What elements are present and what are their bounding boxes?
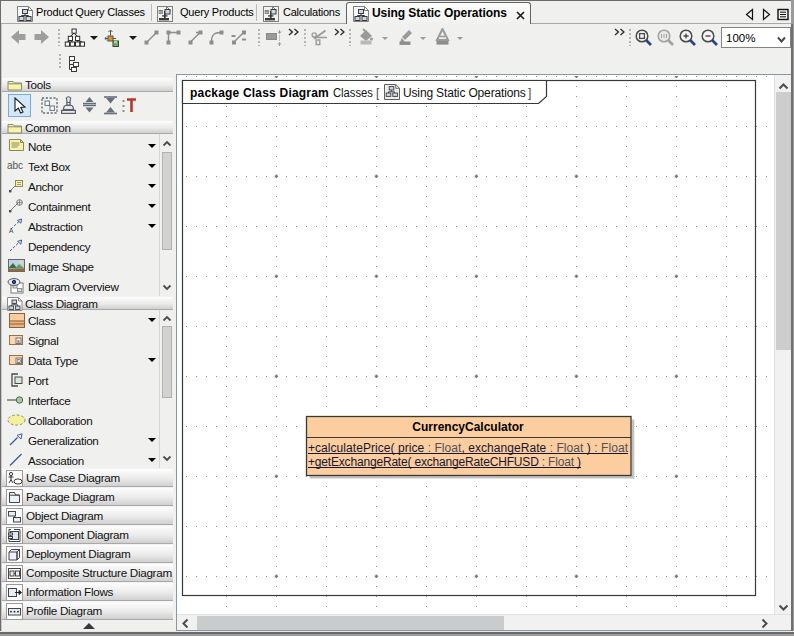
svg-text:package Class Diagram: package Class Diagram (190, 86, 329, 100)
svg-text:+calculatePrice( price : Float: +calculatePrice( price : Float, exchange… (308, 441, 629, 455)
svg-text:s: s (17, 338, 20, 344)
svg-text:]: ] (528, 86, 531, 100)
svg-text:CurrencyCalculator: CurrencyCalculator (412, 420, 524, 434)
svg-text:Using Static Operations: Using Static Operations (403, 86, 526, 100)
svg-text:+getExchangeRate( exchangeRate: +getExchangeRate( exchangeRateCHFUSD : F… (308, 455, 581, 469)
svg-text:Classes: Classes (333, 86, 373, 100)
svg-text:A: A (9, 227, 14, 233)
svg-text:D: D (17, 358, 21, 364)
